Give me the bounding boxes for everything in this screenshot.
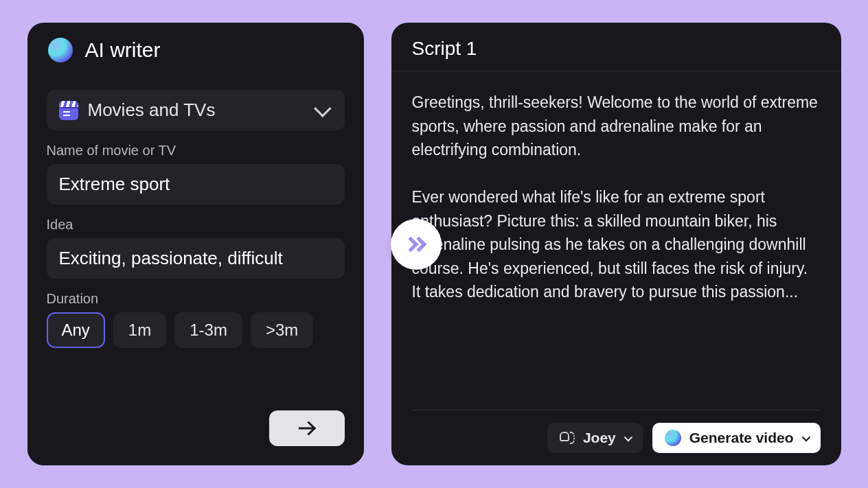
- name-input[interactable]: [47, 164, 345, 205]
- generate-video-label: Generate video: [689, 430, 794, 446]
- transition-badge: [391, 219, 442, 270]
- script-content: Greetings, thrill-seekers! Welcome to th…: [412, 91, 821, 304]
- duration-option-1-3m[interactable]: 1-3m: [174, 312, 242, 348]
- script-panel: Script 1 Greetings, thrill-seekers! Welc…: [391, 23, 841, 465]
- duration-options: Any 1m 1-3m >3m: [47, 312, 345, 348]
- category-selected-label: Movies and TVs: [88, 100, 305, 121]
- generate-video-button[interactable]: Generate video: [652, 423, 821, 453]
- double-chevron-right-icon: [408, 239, 424, 250]
- script-header: Script 1: [391, 23, 841, 71]
- arrow-right-icon: [297, 419, 317, 438]
- chevron-down-icon: [624, 432, 632, 441]
- ai-writer-title: AI writer: [85, 38, 161, 62]
- name-field-label: Name of movie or TV: [47, 143, 345, 159]
- chevron-down-icon: [314, 100, 331, 117]
- category-select[interactable]: Movies and TVs: [47, 90, 345, 130]
- clapperboard-icon: [59, 101, 78, 120]
- voice-select[interactable]: Joey: [547, 423, 643, 453]
- ai-writer-header: AI writer: [27, 23, 364, 78]
- script-title: Script 1: [412, 38, 821, 60]
- ai-orb-icon: [48, 38, 73, 62]
- submit-button[interactable]: [269, 410, 345, 446]
- ai-writer-panel: AI writer Movies and TVs Name of movie o…: [27, 23, 364, 465]
- idea-field-label: Idea: [47, 217, 345, 233]
- ai-orb-icon: [665, 430, 681, 446]
- duration-option-gt3m[interactable]: >3m: [251, 312, 313, 348]
- idea-input[interactable]: [47, 238, 345, 279]
- voice-icon: [560, 430, 575, 445]
- duration-field-label: Duration: [47, 291, 345, 307]
- duration-option-1m[interactable]: 1m: [113, 312, 166, 348]
- chevron-down-icon: [801, 432, 810, 441]
- duration-option-any[interactable]: Any: [47, 312, 105, 348]
- voice-name: Joey: [583, 430, 616, 446]
